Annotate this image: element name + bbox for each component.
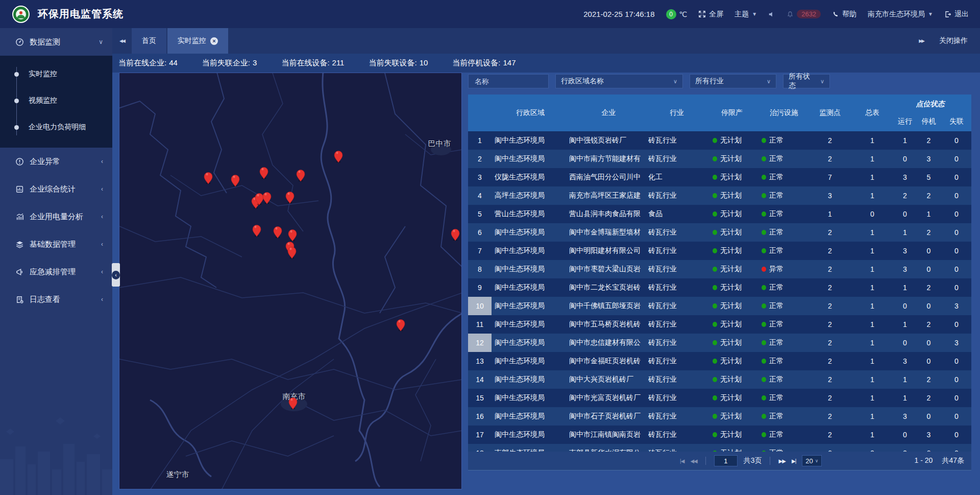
cell-limit: 无计划 (720, 430, 742, 439)
cell-meters: 1 (870, 136, 874, 145)
next-page-button[interactable]: ▶▶ (779, 458, 786, 464)
help-button[interactable]: 帮助 (832, 10, 856, 19)
table-row[interactable]: 16阆中生态环境局阆中市石子页岩机砖厂砖瓦行业无计划正常21300 (468, 407, 971, 426)
org-dropdown[interactable]: 南充市生态环境局▼ (868, 10, 933, 19)
cell-region: 阆中生态环境局 (492, 301, 545, 311)
prev-page-button[interactable]: ◀◀ (690, 458, 697, 464)
cell-region: 阆中生态环境局 (492, 320, 545, 329)
name-search-field[interactable] (468, 74, 549, 88)
cell-facility: 正常 (769, 430, 783, 439)
sidebar-item-2[interactable]: 企业综合统计‹ (0, 175, 112, 203)
cell-facility: 正常 (769, 154, 783, 163)
chevron-down-icon: ▼ (928, 11, 933, 17)
cell-company: 阆中市光富页岩机砖厂 (569, 393, 641, 403)
mute-button[interactable] (768, 11, 775, 18)
name-search-input[interactable] (474, 77, 543, 86)
tabs-scroll-left-button[interactable]: ◀◀ (112, 28, 132, 54)
last-page-button[interactable]: ▶| (792, 458, 796, 464)
sidebar-item-label: 企业综合统计 (30, 184, 76, 194)
sidebar-subitem-label: 实时监控 (29, 69, 57, 79)
column-header: 总表 (850, 95, 894, 131)
cell-meters: 1 (870, 284, 874, 292)
map-marker-pin-icon[interactable] (230, 171, 241, 186)
table-row[interactable]: 12阆中生态环境局阆中市忠信建材有限公砖瓦行业无计划正常21003 (468, 334, 971, 352)
table-row[interactable]: 14阆中生态环境局阆中大兴页岩机砖厂砖瓦行业无计划正常21120 (468, 370, 971, 389)
cell-meters: 1 (870, 357, 874, 365)
sidebar-submenu: 实时监控视频监控企业电力负荷明细 (0, 56, 112, 148)
datetime: 2021-02-25 17:46:18 (583, 10, 654, 18)
cell-facility: 正常 (769, 283, 783, 292)
table-row[interactable]: 18南部生态环境局南部县新华水泥有限公砖瓦行业无计划正常60060 (468, 444, 971, 452)
map-marker-pin-icon[interactable] (295, 166, 306, 181)
map-marker-pin-icon[interactable] (284, 188, 296, 203)
logout-button[interactable]: 退出 (944, 10, 969, 19)
notifications-button[interactable]: 2632 (787, 10, 821, 18)
sidebar-item-4[interactable]: 基础数据管理‹ (0, 230, 112, 258)
table-row[interactable]: 11阆中生态环境局阆中市五马桥页岩机砖砖瓦行业无计划正常21120 (468, 315, 971, 334)
cell-run: 0 (903, 302, 907, 310)
table-row[interactable]: 4高坪生态环境局南充市高坪区王家店建砖瓦行业无计划正常31220 (468, 186, 971, 205)
sidebar-item-1[interactable]: 企业异常‹ (0, 148, 112, 175)
table-row[interactable]: 17阆中生态环境局阆中市江南镇阆南页岩砖瓦行业无计划正常21030 (468, 426, 971, 444)
cell-facility: 正常 (769, 393, 783, 403)
table-row[interactable]: 3仪陇生态环境局西南油气田分公司川中化工无计划正常71350 (468, 168, 971, 186)
map-marker-pin-icon[interactable] (251, 221, 262, 237)
table-row[interactable]: 15阆中生态环境局阆中市光富页岩机砖厂砖瓦行业无计划正常21120 (468, 389, 971, 407)
table-row[interactable]: 9阆中生态环境局阆中市二龙长宝页岩砖砖瓦行业无计划正常21120 (468, 278, 971, 297)
table-row[interactable]: 2阆中生态环境局阆中市南方节能建材有砖瓦行业无计划正常21030 (468, 150, 971, 168)
sidebar-collapse-handle[interactable]: ‹ (112, 263, 120, 287)
sidebar-item-6[interactable]: 日志查看‹ (0, 286, 112, 313)
tab-0[interactable]: 首页 (132, 28, 166, 54)
industry-select[interactable]: 所有行业∨ (690, 74, 776, 88)
status-dot-icon (762, 322, 766, 327)
cell-points: 2 (828, 320, 832, 328)
tab-1[interactable]: 实时监控× (167, 28, 228, 54)
map[interactable]: 巴中市南充市遂宁市 (119, 73, 462, 489)
map-marker-pin-icon[interactable] (333, 147, 344, 162)
sidebar-subitem[interactable]: 实时监控 (0, 61, 112, 87)
map-marker-pin-icon[interactable] (272, 223, 283, 238)
table-row[interactable]: 10阆中生态环境局阆中千佛镇五郎垭页岩砖瓦行业无计划正常21003 (468, 297, 971, 315)
theme-dropdown[interactable]: 主题▼ (734, 10, 757, 19)
cell-points: 1 (828, 210, 832, 218)
fullscreen-button[interactable]: 全屏 (698, 10, 723, 19)
tabs-scroll-right-button[interactable]: ▶▶ (919, 38, 924, 43)
sidebar-subitem[interactable]: 企业电力负荷明细 (0, 114, 112, 140)
table-row[interactable]: 13阆中生态环境局阆中市金福旺页岩机砖砖瓦行业无计划正常21300 (468, 352, 971, 370)
close-operations-button[interactable]: 关闭操作 (939, 36, 968, 45)
tab-label: 首页 (142, 36, 156, 45)
cell-industry: 砖瓦行业 (648, 320, 677, 329)
status-dot-icon (713, 193, 717, 198)
page-number-input[interactable] (714, 455, 738, 466)
map-marker-pin-icon[interactable] (261, 188, 273, 204)
cell-region: 高坪生态环境局 (492, 191, 545, 200)
table-row[interactable]: 8阆中生态环境局阆中市枣碧大梁山页岩砖瓦行业无计划异常21300 (468, 260, 971, 278)
map-marker-pin-icon[interactable] (258, 163, 270, 179)
region-select[interactable]: 行政区域名称∨ (555, 74, 683, 88)
table-row[interactable]: 1阆中生态环境局阆中强锐页岩砖厂砖瓦行业无计划正常21120 (468, 131, 971, 150)
sidebar-item-5[interactable]: 应急减排管理‹ (0, 258, 112, 286)
sidebar-item-3[interactable]: 企业用电量分析‹ (0, 203, 112, 230)
table-row[interactable]: 6阆中生态环境局阆中市金博瑞新型墙材砖瓦行业无计划正常21120 (468, 223, 971, 242)
cell-limit: 无计划 (720, 173, 742, 182)
app-title: 环保用电监管系统 (38, 7, 124, 21)
table-row[interactable]: 5营山生态环境局营山县润丰肉食品有限食品无计划正常10010 (468, 205, 971, 223)
sidebar-item-0[interactable]: 数据监测∨ (0, 28, 112, 56)
sidebar-subitem[interactable]: 视频监控 (0, 87, 112, 114)
table-row[interactable]: 7阆中生态环境局阆中明阳建材有限公司砖瓦行业无计划正常21300 (468, 242, 971, 260)
map-marker-pin-icon[interactable] (395, 316, 406, 331)
cell-industry: 化工 (648, 173, 663, 182)
first-page-button[interactable]: |◀ (680, 458, 684, 464)
page-size-select[interactable]: 20∨ (802, 455, 822, 466)
chevron-left-icon: ‹ (101, 185, 103, 193)
map-marker-pin-icon[interactable] (203, 169, 214, 184)
cell-stop: 0 (927, 265, 931, 273)
cell-run: 3 (903, 265, 907, 273)
row-number: 5 (468, 205, 492, 223)
map-marker-pin-icon[interactable] (450, 225, 461, 241)
status-select[interactable]: 所有状态∨ (783, 74, 830, 88)
enterprise-table: 行政区域企业行业停限产治污设施监测点总表 点位状态 运行停机失联 1阆中生态环境… (468, 95, 971, 470)
map-marker-pin-icon[interactable] (287, 394, 299, 409)
tab-close-icon[interactable]: × (210, 37, 218, 45)
map-marker-pin-icon[interactable] (286, 243, 298, 258)
